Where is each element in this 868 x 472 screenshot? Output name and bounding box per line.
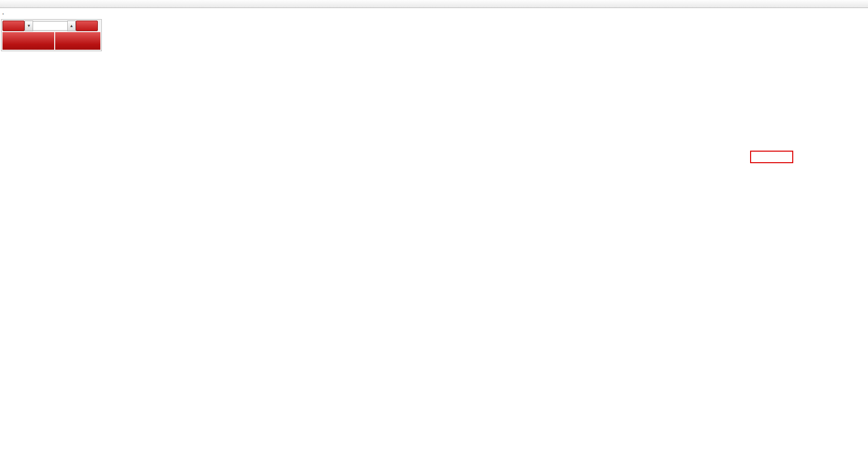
buy-price-panel[interactable] — [55, 32, 100, 50]
mt4-terminal: { "toolbar": { "labels": {"new_order": "… — [0, 0, 868, 472]
sell-button[interactable] — [3, 21, 25, 31]
sell-price-panel[interactable] — [3, 32, 54, 50]
main-toolbar — [0, 0, 868, 8]
volume-input[interactable] — [33, 21, 67, 31]
volume-increase-button[interactable]: ▲ — [67, 21, 76, 31]
volume-decrease-button[interactable]: ▼ — [25, 21, 33, 31]
chart-title: ▪ — [3, 10, 6, 16]
chart-context-icon: ▪ — [3, 12, 4, 16]
chart-canvas[interactable] — [0, 0, 868, 472]
price-callout-label[interactable] — [750, 151, 793, 163]
buy-button[interactable] — [76, 21, 98, 31]
one-click-trading-widget: ▼ ▲ — [1, 19, 102, 51]
